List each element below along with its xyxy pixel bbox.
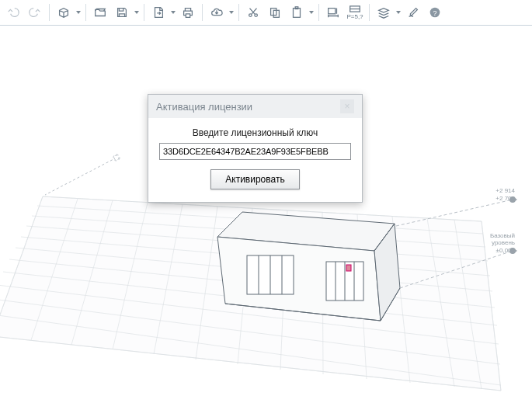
dialog-title-text: Активация лицензии — [156, 101, 252, 113]
save-dropdown[interactable] — [134, 11, 140, 14]
layers-dropdown[interactable] — [395, 11, 402, 14]
settings-button[interactable] — [403, 2, 423, 23]
svg-point-0 — [249, 14, 252, 17]
toolbar-separator — [318, 4, 319, 21]
cloud-dropdown[interactable] — [228, 11, 235, 14]
svg-point-58 — [114, 155, 119, 160]
help-button[interactable]: ? — [425, 2, 445, 23]
cut-button[interactable] — [243, 2, 263, 23]
license-prompt-label: Введите лицензионный ключ — [159, 127, 351, 138]
paste-dropdown[interactable] — [308, 11, 315, 14]
dialog-close-button[interactable]: × — [340, 99, 354, 113]
copy-button[interactable] — [265, 2, 285, 23]
export-dropdown[interactable] — [170, 11, 176, 14]
paste-button[interactable] — [287, 2, 307, 23]
toolbar-separator — [85, 4, 86, 21]
license-key-input[interactable] — [159, 143, 351, 160]
svg-line-57 — [45, 158, 116, 195]
catalog-button[interactable] — [54, 2, 74, 23]
undo-button[interactable] — [3, 2, 23, 23]
layers-button[interactable] — [374, 2, 394, 23]
export-button[interactable] — [148, 2, 169, 23]
level-base-label1: Базовый — [490, 232, 515, 239]
catalog-dropdown[interactable] — [75, 11, 82, 14]
level-top-value1: +2 914 — [495, 187, 515, 194]
level-top-value2: +2 700 — [495, 195, 515, 202]
license-activation-dialog: Активация лицензии × Введите лицензионны… — [148, 94, 363, 203]
model-viewport[interactable]: +2 914 +2 700 Базовый уровень ±0,000 Акт… — [0, 26, 532, 410]
svg-rect-4 — [294, 9, 301, 18]
save-button[interactable] — [112, 2, 132, 23]
toolbar-separator — [144, 4, 144, 21]
print-button[interactable] — [178, 2, 198, 23]
toolbar-separator — [238, 4, 239, 21]
svg-text:?: ? — [433, 9, 436, 17]
svg-rect-6 — [329, 9, 336, 14]
level-base-label2: уровень — [492, 239, 515, 246]
main-toolbar: P=5,? ? — [0, 0, 532, 26]
autodimension-button[interactable] — [323, 2, 343, 23]
perimeter-button[interactable]: P=5,? — [345, 2, 365, 23]
svg-rect-50 — [346, 265, 351, 271]
dialog-body: Введите лицензионный ключ Активировать — [148, 118, 362, 202]
level-base-value: ±0,000 — [496, 247, 515, 254]
svg-point-1 — [255, 14, 258, 17]
cloud-button[interactable] — [207, 2, 227, 23]
toolbar-separator — [202, 4, 203, 21]
toolbar-separator — [49, 4, 50, 21]
toolbar-separator — [369, 4, 370, 21]
activate-button[interactable]: Активировать — [210, 169, 299, 189]
redo-button[interactable] — [25, 2, 45, 23]
perimeter-label: P=5,? — [346, 14, 363, 20]
dialog-titlebar[interactable]: Активация лицензии × — [148, 95, 362, 118]
open-button[interactable] — [90, 2, 110, 23]
